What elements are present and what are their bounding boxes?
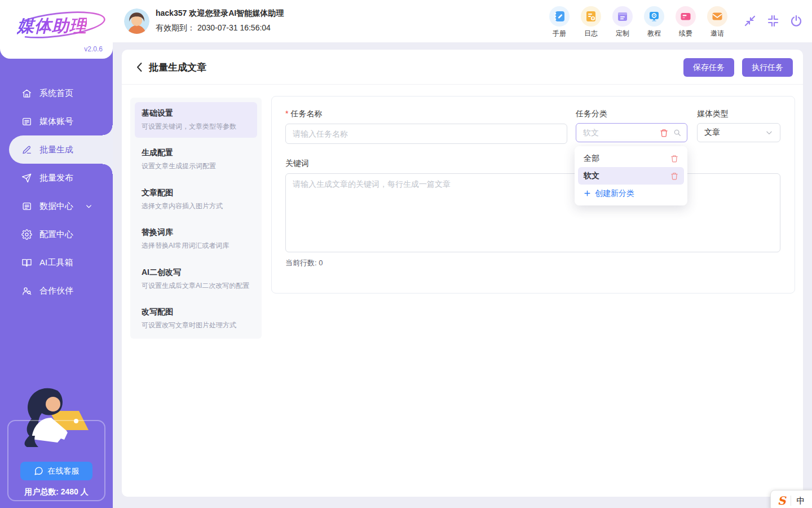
sidebar-item-label: 批量生成 bbox=[39, 144, 73, 155]
online-service-button[interactable]: 在线客服 bbox=[20, 462, 92, 480]
avatar-image bbox=[124, 8, 149, 34]
task-category-combo[interactable] bbox=[576, 123, 687, 142]
task-category-input[interactable] bbox=[583, 128, 660, 137]
logo-card: 媒体助理 v2.0.6 bbox=[0, 0, 113, 59]
line-count: 当前行数: 0 bbox=[285, 258, 323, 268]
step-replace-lexicon[interactable]: 替换词库 选择替换AI常用词汇或者词库 bbox=[135, 221, 257, 257]
step-generate-config[interactable]: 生成配置 设置文章生成提示词配置 bbox=[135, 142, 257, 177]
task-category-label: 任务分类 bbox=[576, 109, 607, 119]
step-desc: 可设置生成后文章AI二次改写的配置 bbox=[142, 281, 250, 291]
power-icon[interactable] bbox=[789, 14, 803, 28]
required-mark: * bbox=[285, 109, 288, 118]
sidebar-item-label: 批量发布 bbox=[39, 173, 73, 183]
trash-icon[interactable] bbox=[670, 155, 678, 163]
invite-icon bbox=[707, 6, 727, 27]
trash-icon[interactable] bbox=[670, 172, 678, 180]
chevron-down-icon bbox=[765, 129, 773, 137]
page-title: 批量生成文章 bbox=[149, 61, 206, 74]
step-desc: 选择替换AI常用词汇或者词库 bbox=[142, 241, 250, 251]
step-rewrite-images[interactable]: 改写配图 可设置改写文章时图片处理方式 bbox=[135, 301, 257, 336]
panel-header: 批量生成文章 保存任务 执行任务 bbox=[122, 50, 803, 85]
app-title: 媒体助理 bbox=[17, 15, 87, 38]
sidebar-item-config-center[interactable]: 配置中心 bbox=[0, 220, 113, 248]
home-icon bbox=[21, 88, 32, 99]
step-article-images[interactable]: 文章配图 选择文章内容插入图片方式 bbox=[135, 182, 257, 217]
sidebar-item-batch-generate[interactable]: 批量生成 bbox=[9, 135, 113, 164]
sidebar-item-label: 数据中心 bbox=[39, 201, 73, 212]
back-icon[interactable] bbox=[133, 60, 147, 74]
expiry-text: 有效期到： 2030-07-31 16:56:04 bbox=[156, 23, 284, 33]
quick-renew[interactable]: 续费 bbox=[670, 6, 701, 38]
quick-invite[interactable]: 邀请 bbox=[701, 6, 733, 38]
renew-icon bbox=[676, 6, 696, 27]
quick-label: 日志 bbox=[584, 29, 598, 38]
sidebar-item-label: 配置中心 bbox=[39, 229, 73, 240]
page-actions: 保存任务 执行任务 bbox=[683, 58, 793, 77]
welcome-block: hack357 欢迎您登录AI智能媒体助理 有效期到： 2030-07-31 1… bbox=[156, 8, 284, 33]
window-controls bbox=[743, 14, 803, 28]
task-name-label: *任务名称 bbox=[285, 109, 322, 119]
step-desc: 可设置关键词，文章类型等参数 bbox=[142, 122, 250, 132]
sidebar-item-ai-toolbox[interactable]: AI工具箱 bbox=[0, 248, 113, 277]
app-version: v2.0.6 bbox=[84, 45, 103, 53]
step-desc: 设置文章生成提示词配置 bbox=[142, 161, 250, 171]
media-type-select[interactable]: 文章 bbox=[697, 123, 780, 142]
manual-icon bbox=[549, 6, 570, 27]
step-basic-settings[interactable]: 基础设置 可设置关键词，文章类型等参数 bbox=[135, 102, 257, 138]
quick-label: 邀请 bbox=[710, 29, 724, 38]
quick-custom[interactable]: 定制 bbox=[607, 6, 638, 38]
chat-bubble-icon bbox=[34, 466, 43, 476]
sidebar-item-data-center[interactable]: 数据中心 bbox=[0, 192, 113, 220]
sidebar-menu: 系统首页 媒体账号 批量生成 批量发布 数据中心 配置中心 AI工具箱 bbox=[0, 79, 113, 305]
quick-label: 定制 bbox=[616, 29, 629, 38]
quick-log[interactable]: 日志 bbox=[575, 6, 607, 38]
step-title: 文章配图 bbox=[142, 188, 250, 198]
sidebar: 媒体助理 v2.0.6 系统首页 媒体账号 批量生成 批量发布 数据中心 配置中… bbox=[0, 0, 113, 508]
collapse-diagonal-icon[interactable] bbox=[743, 14, 757, 28]
create-category-label: 创建新分类 bbox=[595, 189, 634, 199]
trash-icon[interactable] bbox=[660, 129, 668, 137]
sidebar-item-home[interactable]: 系统首页 bbox=[0, 79, 113, 107]
task-name-input[interactable] bbox=[285, 124, 567, 144]
pen-icon bbox=[21, 144, 32, 155]
quick-label: 续费 bbox=[679, 29, 692, 38]
chevron-down-icon bbox=[85, 203, 92, 210]
category-dropdown: 全部 软文 创建新分类 bbox=[575, 146, 687, 205]
send-icon bbox=[21, 173, 32, 183]
settings-steps: 基础设置 可设置关键词，文章类型等参数 生成配置 设置文章生成提示词配置 文章配… bbox=[130, 98, 262, 339]
step-title: 改写配图 bbox=[142, 307, 250, 317]
keywords-textarea[interactable] bbox=[285, 173, 780, 252]
gear-icon bbox=[21, 229, 32, 240]
search-icon bbox=[673, 129, 681, 137]
dropdown-option-all[interactable]: 全部 bbox=[578, 150, 684, 167]
ime-divider bbox=[791, 496, 791, 506]
sidebar-item-batch-publish[interactable]: 批量发布 bbox=[0, 164, 113, 192]
sidebar-item-label: AI工具箱 bbox=[39, 257, 73, 268]
basic-settings-form: *任务名称 任务分类 媒体类型 文章 关键词 当前行数: 0 全部 软文 bbox=[271, 96, 795, 294]
sidebar-item-label: 媒体账号 bbox=[39, 116, 73, 127]
quick-manual[interactable]: 手册 bbox=[544, 6, 575, 38]
quick-tutorial[interactable]: 教程 bbox=[638, 6, 670, 38]
option-label: 全部 bbox=[584, 154, 599, 164]
user-total: 用户总数: 2480 人 bbox=[0, 487, 113, 497]
app-logo: 媒体助理 bbox=[7, 9, 106, 41]
create-category-link[interactable]: 创建新分类 bbox=[578, 185, 684, 202]
media-type-value: 文章 bbox=[704, 128, 720, 138]
ime-toolbar[interactable]: S 中 bbox=[770, 490, 812, 508]
custom-icon bbox=[612, 6, 633, 27]
step-ai-rewrite[interactable]: AI二创改写 可设置生成后文章AI二次改写的配置 bbox=[135, 261, 257, 297]
online-service-label: 在线客服 bbox=[48, 466, 80, 476]
tutorial-icon bbox=[644, 6, 664, 27]
save-task-button[interactable]: 保存任务 bbox=[683, 58, 734, 77]
quick-actions: 手册 日志 定制 教程 续费 bbox=[544, 6, 733, 38]
user-total-label: 用户总数: bbox=[24, 487, 59, 496]
plus-icon bbox=[584, 190, 591, 197]
sidebar-item-partners[interactable]: 合作伙伴 bbox=[0, 277, 113, 305]
ime-logo: S bbox=[778, 495, 785, 506]
run-task-button[interactable]: 执行任务 bbox=[742, 58, 793, 77]
sidebar-item-media-accounts[interactable]: 媒体账号 bbox=[0, 107, 113, 135]
dropdown-option-soft-article[interactable]: 软文 bbox=[578, 167, 684, 185]
welcome-text: hack357 欢迎您登录AI智能媒体助理 bbox=[156, 8, 284, 19]
compress-center-icon[interactable] bbox=[766, 14, 780, 28]
main-panel: 批量生成文章 保存任务 执行任务 基础设置 可设置关键词，文章类型等参数 生成配… bbox=[122, 50, 803, 497]
